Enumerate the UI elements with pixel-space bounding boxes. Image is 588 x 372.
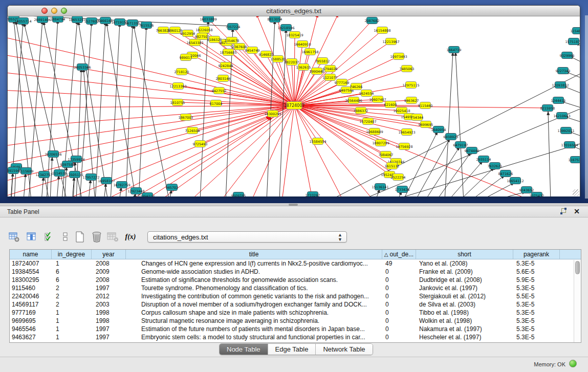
table-cell[interactable]: Tourette syndrome. Phenomenology and cla… — [126, 284, 382, 292]
graph-node[interactable]: 10025418 — [393, 107, 410, 114]
table-cell[interactable]: Embryonic stem cells: a model to study s… — [126, 333, 382, 341]
table-cell[interactable]: 2012 — [92, 292, 126, 300]
graph-node[interactable]: 15751874 — [565, 38, 580, 45]
graph-node[interactable]: 7632621 — [488, 163, 503, 169]
function-builder-icon[interactable]: f(x) — [124, 231, 137, 243]
graph-node[interactable]: 746266 — [350, 83, 363, 90]
graph-node[interactable]: 9725493 — [193, 141, 208, 147]
table-cell[interactable]: 1 — [52, 325, 92, 333]
table-cell[interactable]: Disruption of a novel member of a sodium… — [126, 300, 382, 309]
unselect-all-icon[interactable] — [59, 231, 72, 243]
graph-node[interactable]: 12213967 — [382, 38, 399, 45]
graph-node[interactable]: 621600 — [384, 101, 397, 108]
table-cell[interactable]: 0 — [382, 309, 416, 317]
table-cell[interactable]: Structural magnetic resonance image aver… — [126, 317, 382, 325]
table-cell[interactable]: 5.6E-5 — [513, 268, 560, 276]
graph-node[interactable]: 15584554 — [309, 138, 326, 145]
table-cell[interactable]: 19384554 — [10, 268, 52, 276]
graph-node[interactable]: 8454749 — [245, 47, 260, 54]
graph-node[interactable]: 1733267 — [306, 192, 320, 197]
tab-edge-table[interactable]: Edge Table — [268, 344, 316, 355]
graph-node[interactable]: 9242848 — [219, 62, 233, 69]
graph-node[interactable]: 9329966 — [560, 52, 575, 59]
column-header-title[interactable]: title — [126, 250, 382, 259]
graph-node[interactable]: 9243652 — [519, 187, 534, 193]
table-cell[interactable]: 1997 — [92, 325, 126, 333]
table-cell[interactable]: 5.9E-5 — [513, 276, 560, 284]
table-cell[interactable]: Dudbridge et al. (2008) — [416, 276, 513, 284]
table-cell[interactable]: 5.3E-5 — [513, 300, 560, 309]
table-cell[interactable]: 0 — [382, 325, 416, 333]
graph-node[interactable]: 16782759 — [113, 182, 130, 188]
graph-node[interactable]: 10973493 — [390, 53, 407, 60]
window-resize-grip[interactable] — [573, 189, 579, 196]
table-cell[interactable]: 0 — [382, 300, 416, 309]
column-header-short[interactable]: short — [416, 250, 513, 259]
graph-node[interactable]: 6794028 — [323, 65, 338, 72]
graph-node[interactable]: 1624554 — [359, 90, 374, 97]
table-cell[interactable]: Stergiakouli et al. (2012) — [416, 292, 513, 300]
graph-node[interactable]: 18325419 — [286, 32, 303, 38]
table-row[interactable]: 946554611997Estimation of the future num… — [10, 325, 581, 333]
table-cell[interactable]: 0 — [382, 333, 416, 341]
graph-node[interactable]: 7615526 — [139, 22, 154, 29]
graph-node[interactable]: 16958107 — [98, 178, 115, 184]
graph-node[interactable]: 18756685 — [220, 49, 236, 56]
network-window-titlebar[interactable]: citations_edges.txt — [8, 6, 580, 16]
graph-node[interactable]: 2087682 — [365, 17, 380, 24]
graph-node[interactable]: 1362615 — [296, 64, 311, 71]
table-cell[interactable]: 2003 — [92, 300, 126, 309]
citation-network-graph[interactable]: 2055724140557142089140618847941065325715… — [8, 16, 580, 196]
table-cell[interactable]: 5.5E-5 — [513, 292, 560, 300]
select-all-icon[interactable] — [43, 231, 55, 243]
graph-node[interactable]: 16640910 — [294, 41, 311, 48]
table-cell[interactable]: 2008 — [92, 276, 126, 284]
graph-node[interactable]: 6466161 — [98, 17, 113, 24]
graph-node[interactable]: 1154848 — [571, 28, 580, 34]
graph-node[interactable]: 1615132 — [385, 163, 400, 169]
table-cell[interactable]: Yano et al. (2008) — [416, 259, 513, 268]
table-cell[interactable]: 0 — [382, 268, 416, 276]
graph-node[interactable]: 1121077 — [323, 74, 338, 81]
table-cell[interactable]: 9465546 — [10, 325, 52, 333]
table-row[interactable]: 911546021997Tourette syndrome. Phenomeno… — [10, 284, 581, 292]
column-header-pagerank[interactable]: pagerank — [513, 250, 560, 259]
delete-column-icon[interactable] — [91, 231, 103, 243]
graph-node[interactable]: 8215958 — [540, 105, 555, 112]
graph-node[interactable]: 10688609 — [366, 128, 383, 135]
graph-node[interactable]: 12213363 — [169, 83, 186, 90]
graph-node[interactable]: 9699695 — [419, 121, 433, 128]
graph-node[interactable]: 945702 — [166, 184, 179, 191]
table-cell[interactable]: Estimation of the future numbers of pati… — [126, 325, 382, 333]
graph-node[interactable]: 1640954 — [431, 126, 446, 133]
table-cell[interactable]: 2 — [52, 300, 92, 309]
table-cell[interactable]: Tibbo et al. (1998) — [416, 309, 513, 317]
table-scrollbar[interactable] — [574, 260, 581, 343]
table-row[interactable]: 1872400712008Changes of HCN gene express… — [10, 259, 581, 268]
graph-node[interactable]: 9474444 — [465, 147, 480, 154]
table-cell[interactable]: 1998 — [92, 309, 126, 317]
table-cell[interactable]: Changes of HCN gene expression and I(f) … — [126, 259, 382, 268]
graph-node[interactable]: 1115689 — [19, 168, 34, 174]
table-row[interactable]: 1456911722003Disruption of a novel membe… — [10, 300, 581, 309]
column-header-in_degree[interactable]: in_degree — [52, 250, 92, 259]
table-cell[interactable]: 2009 — [92, 268, 126, 276]
table-cell[interactable]: 6 — [52, 268, 92, 276]
graph-node[interactable]: 817004 — [210, 100, 223, 107]
graph-node[interactable]: 989017 — [180, 54, 192, 61]
table-cell[interactable]: 1 — [52, 259, 92, 268]
table-cell[interactable]: 22420046 — [10, 292, 52, 300]
tab-node-table[interactable]: Node Table — [220, 344, 268, 355]
graph-node[interactable]: 1733426 — [395, 186, 410, 193]
graph-node[interactable]: 1867003 — [179, 114, 193, 121]
graph-node[interactable]: 9509785 — [231, 192, 246, 197]
table-cell[interactable]: 5.3E-5 — [513, 317, 560, 325]
graph-node[interactable]: 8912954 — [181, 30, 195, 37]
graph-node[interactable]: 1114519 — [52, 170, 67, 177]
network-canvas[interactable]: 2055724140557142089140618847941065325715… — [8, 16, 580, 196]
table-cell[interactable]: Investigating the contribution of common… — [126, 292, 382, 300]
table-cell[interactable]: 1997 — [92, 284, 126, 292]
table-cell[interactable]: 9115460 — [10, 284, 52, 292]
graph-node[interactable]: 7126504 — [185, 127, 200, 134]
graph-node[interactable]: 8471626 — [498, 170, 513, 177]
